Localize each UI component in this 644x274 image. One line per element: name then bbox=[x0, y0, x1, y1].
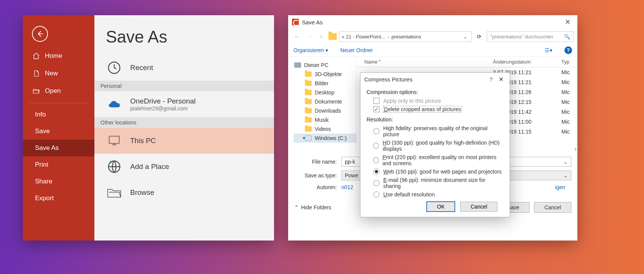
folder-icon bbox=[305, 99, 312, 104]
sidebar-item-print[interactable]: Print bbox=[23, 156, 94, 173]
tree-item[interactable]: Dokumente bbox=[293, 97, 356, 106]
tree-label: Dieser PC bbox=[304, 62, 328, 68]
resolution-option-hd[interactable]: HD (330 ppi): good quality for high-defi… bbox=[367, 139, 504, 153]
location-recent[interactable]: Recent bbox=[94, 55, 274, 81]
save-type-label: Save as type: bbox=[288, 172, 341, 178]
tree-item[interactable]: Bilder bbox=[293, 79, 356, 88]
tree-label: Downloads bbox=[315, 108, 341, 114]
dialog-buttons: OK Cancel bbox=[367, 199, 504, 212]
tree-label: Musik bbox=[315, 117, 329, 123]
view-options-button[interactable]: ☰▾ bbox=[545, 47, 552, 53]
tree-item[interactable]: Desktop bbox=[293, 88, 356, 97]
tree-item[interactable]: Videos bbox=[293, 124, 356, 134]
cancel-button[interactable]: Cancel bbox=[534, 202, 571, 213]
radio-icon bbox=[373, 143, 379, 149]
location-label: Recent bbox=[130, 64, 153, 72]
sidebar-item-home[interactable]: Home bbox=[23, 47, 94, 65]
folder-icon bbox=[305, 81, 312, 86]
col-type[interactable]: Typ bbox=[561, 59, 577, 65]
tree-item[interactable]: Musik bbox=[293, 115, 356, 124]
pc-icon bbox=[294, 62, 301, 68]
resolution-option-print[interactable]: Print (220 ppi): excellent quality on mo… bbox=[367, 153, 504, 167]
authors-value[interactable]: n012 bbox=[341, 184, 353, 190]
nav-up-button[interactable]: ↑ bbox=[316, 32, 326, 41]
breadcrumb-dropdown[interactable]: ⌄ bbox=[462, 34, 469, 40]
close-button[interactable]: ✕ bbox=[496, 76, 506, 83]
checkbox-icon bbox=[373, 106, 379, 112]
tree-item[interactable]: Downloads bbox=[293, 106, 356, 115]
delete-cropped-option[interactable]: Delete cropped areas of pictures bbox=[367, 105, 504, 113]
backstage-sidebar: Home New Open Info Save Save As Print Sh… bbox=[23, 15, 94, 241]
sidebar-item-export[interactable]: Export bbox=[23, 190, 94, 207]
sidebar-item-share[interactable]: Share bbox=[23, 173, 94, 190]
ok-button[interactable]: OK bbox=[427, 202, 455, 212]
sidebar-item-save-as[interactable]: Save As bbox=[23, 140, 94, 156]
resolution-option-default[interactable]: Use default resolution bbox=[367, 190, 504, 199]
apply-only-option[interactable]: Apply only to this picture bbox=[367, 97, 504, 105]
search-input[interactable]: "presentations" durchsuchen 🔍 bbox=[487, 31, 574, 42]
refresh-button[interactable]: ⟳ bbox=[474, 31, 485, 42]
sidebar-item-save[interactable]: Save bbox=[23, 123, 94, 140]
location-label: Browse bbox=[130, 188, 154, 197]
tree-item-this-pc[interactable]: Dieser PC bbox=[293, 61, 356, 70]
breadcrumb[interactable]: « 21 - PowerPoint... › presentations ⌄ bbox=[339, 31, 472, 42]
sidebar-item-open[interactable]: Open bbox=[23, 82, 94, 100]
tree-label: Dokumente bbox=[315, 99, 342, 105]
folder-icon bbox=[305, 126, 312, 132]
sidebar-label: Open bbox=[45, 87, 61, 95]
tree-item[interactable]: 3D-Objekte bbox=[293, 70, 356, 79]
column-headers[interactable]: Name⌃ Änderungsdatum Typ bbox=[357, 57, 577, 67]
breadcrumb-part: presentations bbox=[392, 34, 421, 40]
dialog-title: Save As bbox=[302, 19, 562, 25]
organize-menu[interactable]: Organisieren ▾ bbox=[293, 47, 328, 53]
location-this-pc[interactable]: This PC bbox=[94, 128, 274, 154]
powerpoint-icon bbox=[292, 19, 299, 25]
backstage-content: Save As Recent Personal OneDrive - Perso… bbox=[94, 15, 274, 241]
folder-tree: Dieser PC 3D-Objekte Bilder Desktop Doku… bbox=[288, 57, 357, 153]
section-personal: Personal bbox=[94, 81, 274, 91]
tree-item-drive[interactable]: Windows (C:) bbox=[293, 134, 356, 143]
help-button[interactable]: ? bbox=[564, 46, 572, 54]
resolution-option-high-fidelity[interactable]: High fidelity: preserves quality of the … bbox=[367, 124, 504, 139]
option-label: HD (330 ppi): good quality for high-defi… bbox=[383, 140, 504, 152]
resolution-option-web[interactable]: Web (150 ppi): good for web pages and pr… bbox=[367, 167, 504, 176]
dialog-title: Compress Pictures bbox=[364, 76, 413, 83]
location-label: Add a Place bbox=[130, 162, 169, 171]
dialog-title-bar: Compress Pictures ? ✕ bbox=[360, 73, 510, 86]
nav-back-button[interactable]: ← bbox=[292, 32, 302, 41]
folder-icon bbox=[305, 72, 312, 77]
folder-icon bbox=[305, 117, 312, 123]
chevron-up-icon: ⌃ bbox=[294, 204, 299, 210]
toolbar-row: Organisieren ▾ Neuer Ordner ☰▾ ? bbox=[288, 44, 577, 57]
location-browse[interactable]: Browse bbox=[94, 180, 274, 206]
option-label: E-mail (96 ppi): minimize document size … bbox=[383, 177, 504, 189]
nav-forward-button[interactable]: → bbox=[304, 32, 314, 41]
tree-label: Desktop bbox=[315, 89, 334, 96]
location-add-place[interactable]: Add a Place bbox=[94, 154, 274, 180]
authors-label: Autoren: bbox=[288, 184, 341, 190]
hide-folders-toggle[interactable]: ⌃Hide Folders bbox=[294, 204, 331, 210]
scroll-right-button[interactable]: › bbox=[575, 146, 577, 152]
cancel-button[interactable]: Cancel bbox=[460, 202, 497, 212]
option-label: Apply only to this picture bbox=[383, 98, 441, 104]
col-date[interactable]: Änderungsdatum bbox=[493, 59, 561, 65]
back-button[interactable] bbox=[32, 26, 48, 42]
sidebar-item-info[interactable]: Info bbox=[23, 106, 94, 123]
location-onedrive[interactable]: OneDrive - Personal pialehner29@gmail.co… bbox=[94, 91, 274, 117]
sidebar-item-new[interactable]: New bbox=[23, 65, 94, 82]
sort-icon: ⌃ bbox=[378, 59, 382, 65]
new-folder-button[interactable]: Neuer Ordner bbox=[340, 47, 373, 53]
close-button[interactable]: ✕ bbox=[562, 16, 574, 28]
radio-icon bbox=[373, 157, 379, 163]
tree-label: 3D-Objekte bbox=[315, 71, 342, 77]
location-sublabel: pialehner29@gmail.com bbox=[130, 105, 196, 112]
sidebar-label: Share bbox=[35, 178, 52, 185]
tags-value[interactable]: igen bbox=[555, 184, 565, 190]
location-text: OneDrive - Personal pialehner29@gmail.co… bbox=[130, 97, 196, 112]
sidebar-label: Save As bbox=[35, 144, 59, 152]
option-label: Use default resolution bbox=[383, 191, 435, 198]
sidebar-label: Export bbox=[35, 194, 54, 202]
col-name[interactable]: Name⌃ bbox=[364, 59, 493, 65]
resolution-option-email[interactable]: E-mail (96 ppi): minimize document size … bbox=[367, 176, 504, 190]
help-button[interactable]: ? bbox=[486, 76, 496, 83]
